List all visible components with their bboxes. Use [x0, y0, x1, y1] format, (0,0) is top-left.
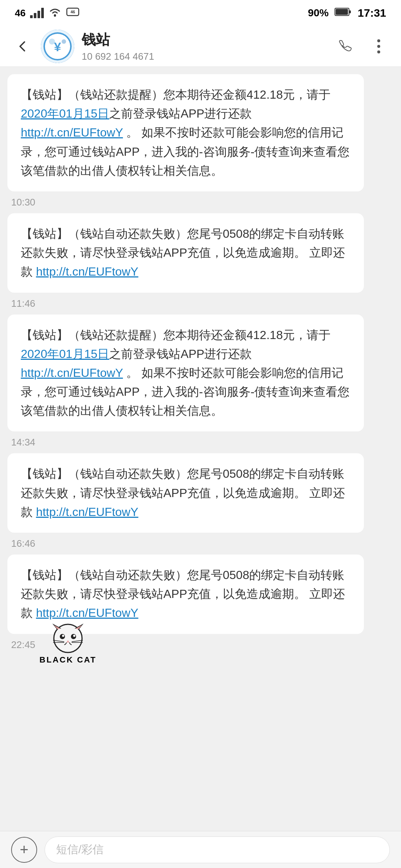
svg-point-14: [377, 50, 380, 53]
url-link[interactable]: http://t.cn/EUFtowY: [21, 366, 123, 379]
message-text: 【钱站】（钱站自动还款失败）您尾号0508的绑定卡自动转账还款失败，请尽快登录钱…: [21, 568, 345, 619]
message-time: 16:46: [11, 538, 394, 549]
more-button[interactable]: [368, 35, 390, 57]
message-bubble: 【钱站】（钱站自动还款失败）您尾号0508的绑定卡自动转账还款失败，请尽快登录钱…: [7, 213, 364, 293]
svg-point-13: [377, 45, 380, 48]
message-text: 【钱站】（钱站还款提醒）您本期待还金额412.18元，请于2020年01月15日…: [21, 88, 349, 177]
wifi-icon: [48, 7, 62, 20]
svg-point-22: [62, 635, 64, 637]
svg-rect-4: [349, 10, 351, 13]
signal-icon: [30, 8, 44, 18]
message-text: 【钱站】（钱站自动还款失败）您尾号0508的绑定卡自动转账还款失败，请尽快登录钱…: [21, 227, 345, 278]
status-right: 90% 17:31: [308, 7, 386, 19]
url-link[interactable]: http://t.cn/EUFtowY: [21, 126, 123, 139]
network-type: 46: [15, 7, 26, 19]
url-link[interactable]: http://t.cn/EUFtowY: [36, 265, 138, 278]
battery-icon: [335, 7, 352, 19]
message-text: 【钱站】（钱站还款提醒）您本期待还金额412.18元，请于2020年01月15日…: [21, 328, 349, 418]
message-input[interactable]: 短信/彩信: [45, 836, 390, 863]
add-button[interactable]: +: [11, 837, 37, 863]
extra-signal-icon: 46: [66, 7, 79, 20]
svg-point-10: [49, 39, 55, 45]
messages-area[interactable]: 【钱站】（钱站还款提醒）您本期待还金额412.18元，请于2020年01月15日…: [0, 67, 401, 831]
contact-name: 钱站: [82, 30, 334, 49]
svg-point-23: [73, 635, 75, 637]
battery-percent: 90%: [308, 7, 329, 19]
svg-point-12: [377, 39, 380, 42]
back-button[interactable]: [11, 35, 33, 57]
black-cat-logo: BLACK CAT: [39, 622, 97, 665]
url-link[interactable]: http://t.cn/EUFtowY: [36, 505, 138, 519]
status-bar: 46 46 90%: [0, 0, 401, 26]
message-bubble: 【钱站】（钱站还款提醒）您本期待还金额412.18元，请于2020年01月15日…: [7, 74, 364, 191]
message-time: 11:46: [11, 298, 394, 309]
header: ¥ 钱站 10 692 164 4671: [0, 26, 401, 67]
time: 17:31: [358, 7, 386, 19]
date-link[interactable]: 2020年01月15日: [21, 347, 109, 361]
black-cat-text: BLACK CAT: [39, 655, 97, 665]
input-placeholder: 短信/彩信: [56, 842, 104, 857]
svg-text:¥: ¥: [54, 40, 61, 54]
svg-point-0: [54, 14, 56, 17]
status-left: 46 46: [15, 7, 79, 20]
date-link[interactable]: 2020年01月15日: [21, 107, 109, 120]
header-actions: [334, 35, 390, 57]
call-button[interactable]: [334, 35, 356, 57]
message-time: 10:30: [11, 197, 394, 208]
svg-text:46: 46: [71, 10, 75, 14]
black-cat-watermark: BLACK CAT: [0, 617, 97, 669]
message-text: 【钱站】（钱站自动还款失败）您尾号0508的绑定卡自动转账还款失败，请尽快登录钱…: [21, 467, 345, 518]
avatar: ¥: [41, 30, 74, 63]
input-area: + 短信/彩信: [0, 831, 401, 868]
svg-point-11: [62, 39, 66, 44]
message-bubble: 【钱站】（钱站还款提醒）您本期待还金额412.18元，请于2020年01月15日…: [7, 315, 364, 432]
message-time: 14:34: [11, 437, 394, 448]
message-bubble: 【钱站】（钱站自动还款失败）您尾号0508的绑定卡自动转账还款失败，请尽快登录钱…: [7, 453, 364, 533]
contact-number: 10 692 164 4671: [82, 51, 334, 62]
svg-rect-5: [336, 9, 348, 15]
contact-info: 钱站 10 692 164 4671: [82, 30, 334, 62]
